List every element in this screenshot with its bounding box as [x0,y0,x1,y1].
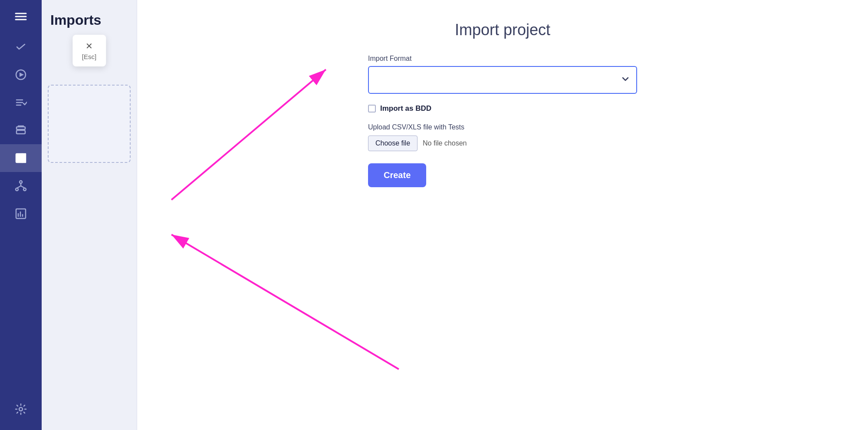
svg-line-17 [17,186,21,188]
choose-file-button[interactable]: Choose file [368,136,418,151]
format-select-wrapper: CSV XLS XLSX [368,66,637,94]
import-format-select[interactable]: CSV XLS XLSX [368,66,637,94]
svg-point-23 [19,407,23,411]
sidebar-item-integrations[interactable] [0,172,42,200]
bdd-label: Import as BDD [380,104,431,113]
esc-label: [Esc] [82,53,96,60]
sidebar [0,0,42,430]
svg-line-26 [171,69,326,200]
second-panel: Imports ✕ [Esc] [42,0,137,430]
bdd-row: Import as BDD [368,104,637,113]
file-input-row: Choose file No file chosen [368,136,637,151]
sidebar-item-suites[interactable] [0,116,42,144]
close-x-icon: ✕ [85,41,93,51]
sidebar-item-testcases[interactable] [0,89,42,116]
svg-rect-9 [16,127,25,129]
hamburger-button[interactable] [0,0,42,33]
main-content: Import project Import Format CSV XLS XLS… [137,0,868,430]
svg-rect-11 [16,154,23,162]
sidebar-item-reports[interactable] [0,200,42,228]
close-tooltip: ✕ [Esc] [72,35,106,66]
create-button[interactable]: Create [368,163,426,187]
import-form: Import Format CSV XLS XLSX Import as BDD… [368,55,637,187]
page-title: Import project [455,21,550,39]
sidebar-item-settings[interactable] [0,395,42,423]
sidebar-item-run[interactable] [0,61,42,89]
svg-rect-8 [16,130,25,134]
import-format-label: Import Format [368,55,637,63]
no-file-text: No file chosen [423,139,467,147]
svg-marker-4 [20,73,24,77]
second-panel-title: Imports [42,7,137,37]
svg-line-18 [21,186,25,188]
upload-label: Upload CSV/XLS file with Tests [368,123,637,131]
dashed-placeholder [48,85,131,163]
sidebar-item-imports[interactable] [0,144,42,172]
sidebar-item-tasks[interactable] [0,33,42,61]
svg-line-27 [171,235,399,369]
bdd-checkbox[interactable] [368,105,376,112]
